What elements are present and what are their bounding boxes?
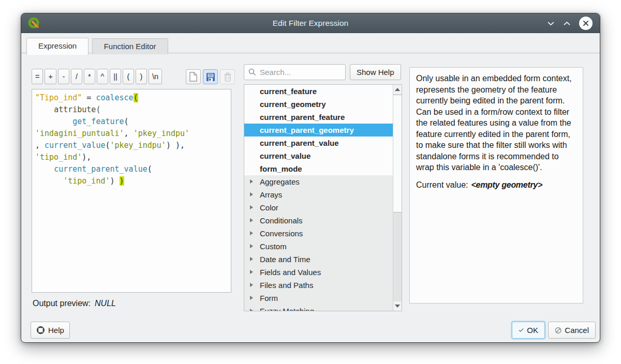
function-item-current-parent-value[interactable]: current_parent_value <box>244 136 393 149</box>
shade-up-icon[interactable] <box>563 21 571 26</box>
tab-bar: Expression Function Editor <box>21 33 600 53</box>
cancel-button[interactable]: Cancel <box>548 322 596 339</box>
operator-button[interactable]: ^ <box>97 69 108 84</box>
expand-arrow-icon[interactable] <box>250 218 253 222</box>
function-item-current-feature[interactable]: current_feature <box>244 85 393 98</box>
tree-item-label: current_parent_feature <box>260 113 345 122</box>
function-item-current-value[interactable]: current_value <box>244 149 393 162</box>
tab-expression[interactable]: Expression <box>26 38 88 55</box>
help-paragraph: Only usable in an embedded form context,… <box>416 73 576 173</box>
expression-toolbar <box>186 69 235 84</box>
tree-item-label: Fields and Values <box>260 268 321 277</box>
save-expression-button[interactable] <box>203 69 218 84</box>
help-button[interactable]: Help <box>31 322 70 339</box>
expand-arrow-icon[interactable] <box>250 270 253 274</box>
save-icon <box>206 72 215 82</box>
tree-item-label: current_parent_geometry <box>260 126 354 134</box>
group-item-color[interactable]: Color <box>244 201 393 214</box>
group-item-date-and-time[interactable]: Date and Time <box>244 253 393 266</box>
expand-arrow-icon[interactable] <box>250 231 253 235</box>
titlebar[interactable]: Edit Filter Expression <box>21 13 600 33</box>
function-item-current-parent-feature[interactable]: current_parent_feature <box>244 111 393 124</box>
expand-arrow-icon[interactable] <box>250 309 253 311</box>
tab-function-editor[interactable]: Function Editor <box>92 38 168 54</box>
current-value-label: Current value: <box>416 180 468 189</box>
ok-button-label: OK <box>527 326 538 335</box>
operator-button[interactable]: / <box>71 69 82 84</box>
tree-item-label: current_geometry <box>260 100 326 109</box>
function-item-form-mode[interactable]: form_mode <box>244 162 393 175</box>
group-item-fields-and-values[interactable]: Fields and Values <box>244 266 393 279</box>
group-item-form[interactable]: Form <box>244 292 393 305</box>
function-item-current-geometry[interactable]: current_geometry <box>244 98 393 111</box>
operator-button-row: =+-/*^||()\n <box>32 69 164 84</box>
tree-scrollbar[interactable] <box>393 85 402 311</box>
tree-item-label: Aggregates <box>260 177 300 186</box>
group-item-conditionals[interactable]: Conditionals <box>244 214 393 227</box>
tree-item-label: Date and Time <box>260 255 310 264</box>
operator-button[interactable]: = <box>32 69 43 84</box>
group-item-custom[interactable]: Custom <box>244 240 393 253</box>
tree-item-label: current_parent_value <box>260 139 339 147</box>
expand-arrow-icon[interactable] <box>250 244 253 248</box>
tree-item-label: current_feature <box>260 87 317 96</box>
cancel-icon <box>555 326 561 335</box>
expand-arrow-icon[interactable] <box>250 179 253 184</box>
edit-filter-expression-dialog: Edit Filter Expression Expression <box>21 13 600 343</box>
expression-editor[interactable]: "Tipo_ind" = coalesce( attribute( get_fe… <box>32 89 231 293</box>
new-expression-button[interactable] <box>186 69 201 84</box>
operator-button[interactable]: + <box>45 69 56 84</box>
function-tree: current_featurecurrent_geometrycurrent_p… <box>244 84 402 311</box>
current-value-line: Current value:<empty geometry> <box>416 179 576 191</box>
function-help-panel: Only usable in an embedded form context,… <box>409 67 583 304</box>
tree-item-label: Conditionals <box>260 216 303 225</box>
close-button[interactable] <box>579 17 593 30</box>
show-help-button[interactable]: Show Help <box>350 64 401 80</box>
expand-arrow-icon[interactable] <box>250 283 253 287</box>
group-item-arrays[interactable]: Arrays <box>244 188 393 201</box>
search-box[interactable] <box>244 64 346 80</box>
ok-button[interactable]: OK <box>512 322 545 339</box>
output-preview-value: NULL <box>95 299 116 308</box>
tree-item-label: Form <box>260 294 278 302</box>
current-value: <empty geometry> <box>471 180 542 189</box>
operator-button[interactable]: || <box>110 69 121 84</box>
search-icon <box>248 68 256 76</box>
operator-button[interactable]: ) <box>136 69 147 84</box>
close-icon <box>583 20 589 26</box>
shade-down-icon[interactable] <box>547 21 555 26</box>
output-preview-label: Output preview: <box>33 299 91 308</box>
output-preview: Output preview:NULL <box>33 299 116 308</box>
tree-item-label: Files and Paths <box>260 281 313 290</box>
operator-button[interactable]: \n <box>149 69 162 84</box>
expand-arrow-icon[interactable] <box>250 296 253 300</box>
function-item-current-parent-geometry[interactable]: current_parent_geometry <box>244 124 393 136</box>
scroll-down-icon[interactable] <box>393 301 402 311</box>
group-item-fuzzy-matching[interactable]: Fuzzy Matching <box>244 305 393 311</box>
scrollbar-thumb[interactable] <box>393 95 402 213</box>
tree-item-label: Fuzzy Matching <box>260 307 314 311</box>
tree-item-label: Arrays <box>260 190 282 199</box>
operator-button[interactable]: - <box>58 69 69 84</box>
scroll-up-icon[interactable] <box>393 85 402 94</box>
operator-button[interactable]: * <box>84 69 95 84</box>
expand-arrow-icon[interactable] <box>250 205 253 209</box>
trash-icon <box>224 72 232 82</box>
tree-item-label: Custom <box>260 242 287 251</box>
tree-item-label: form_mode <box>260 164 302 173</box>
tree-item-label: current_value <box>260 151 310 160</box>
search-input[interactable] <box>260 68 341 77</box>
window-title: Edit Filter Expression <box>21 13 600 33</box>
delete-expression-button <box>220 69 235 84</box>
check-icon <box>519 327 524 333</box>
new-file-icon <box>189 72 198 82</box>
group-item-aggregates[interactable]: Aggregates <box>244 175 393 188</box>
group-item-files-and-paths[interactable]: Files and Paths <box>244 279 393 292</box>
tree-item-label: Conversions <box>260 229 303 238</box>
help-lifebuoy-icon <box>36 326 45 335</box>
group-item-conversions[interactable]: Conversions <box>244 227 393 240</box>
expand-arrow-icon[interactable] <box>250 192 253 196</box>
operator-button[interactable]: ( <box>123 69 134 84</box>
expand-arrow-icon[interactable] <box>250 257 253 261</box>
tree-item-label: Color <box>260 203 278 212</box>
